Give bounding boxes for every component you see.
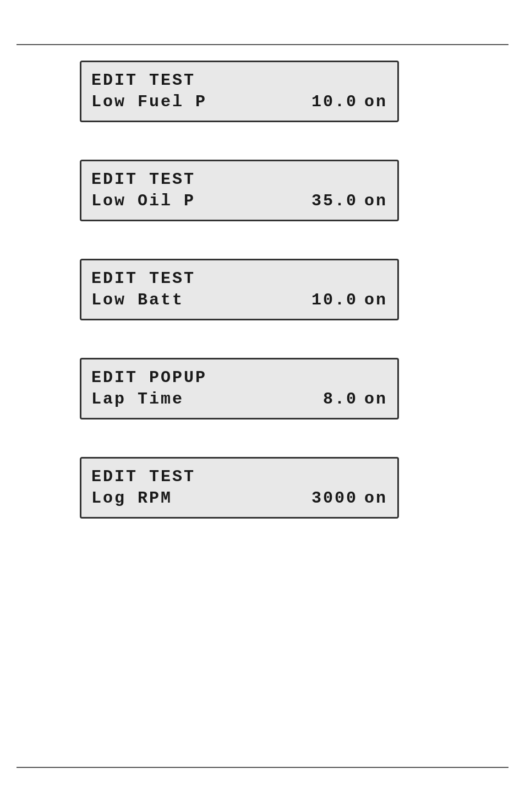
- display-3-row2: Low Batt 10.0on: [91, 290, 387, 311]
- display-2-row2: Low Oil P 35.0on: [91, 190, 387, 212]
- top-divider: [17, 44, 508, 45]
- display-4-row1: EDIT POPUP: [91, 367, 387, 389]
- display-3-value: 10.0on: [311, 290, 387, 311]
- display-2-row1: EDIT TEST: [91, 169, 387, 190]
- display-1-label: Low Fuel P: [91, 91, 207, 113]
- display-box-4: EDIT POPUP Lap Time 8.0on: [80, 358, 399, 419]
- display-4-row2: Lap Time 8.0on: [91, 389, 387, 410]
- display-3-row1: EDIT TEST: [91, 268, 387, 290]
- display-5-label: Log RPM: [91, 488, 172, 509]
- display-box-1: EDIT TEST Low Fuel P 10.0on: [80, 61, 399, 122]
- display-5-value: 3000on: [311, 488, 387, 509]
- display-2-value: 35.0on: [311, 190, 387, 212]
- display-box-5: EDIT TEST Log RPM 3000on: [80, 457, 399, 519]
- display-1-row2: Low Fuel P 10.0on: [91, 91, 387, 113]
- display-1-row1: EDIT TEST: [91, 70, 387, 91]
- display-box-3: EDIT TEST Low Batt 10.0on: [80, 259, 399, 320]
- display-4-value: 8.0on: [323, 389, 387, 410]
- display-4-label: Lap Time: [91, 389, 184, 410]
- display-box-2: EDIT TEST Low Oil P 35.0on: [80, 160, 399, 221]
- display-3-label: Low Batt: [91, 290, 184, 311]
- display-1-value: 10.0on: [311, 91, 387, 113]
- display-5-row2: Log RPM 3000on: [91, 488, 387, 509]
- display-5-row1: EDIT TEST: [91, 466, 387, 488]
- display-2-label: Low Oil P: [91, 190, 195, 212]
- bottom-divider: [17, 767, 508, 768]
